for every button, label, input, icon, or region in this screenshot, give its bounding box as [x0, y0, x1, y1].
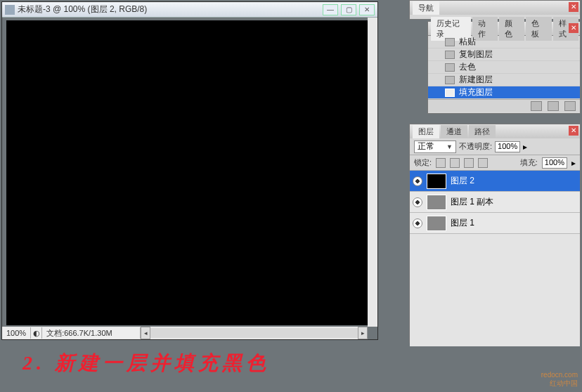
history-step-icon — [445, 63, 455, 72]
zoom-display[interactable]: 100% — [2, 327, 31, 339]
tab-color[interactable]: 颜色 — [499, 17, 524, 41]
history-item[interactable]: 复制图层 — [428, 48, 580, 61]
scroll-right-button[interactable]: ▸ — [358, 327, 368, 339]
history-step-icon — [445, 76, 455, 84]
history-label: 填充图层 — [459, 86, 493, 98]
tab-layers[interactable]: 图层 — [413, 125, 439, 138]
layer-row[interactable]: 图层 1 副本 — [410, 192, 580, 213]
lock-all-icon[interactable] — [478, 158, 488, 168]
close-button[interactable]: ✕ — [359, 4, 375, 15]
minimize-button[interactable]: — — [323, 4, 338, 15]
annotation-number: 2. — [22, 352, 46, 374]
document-title: 未标题-3 @ 100% (图层 2, RGB/8) — [18, 4, 323, 15]
lock-transparency-icon[interactable] — [436, 158, 446, 168]
lock-paint-icon[interactable] — [450, 158, 460, 168]
snapshot-button[interactable] — [531, 101, 542, 111]
tab-swatches[interactable]: 色板 — [526, 17, 551, 41]
canvas[interactable] — [6, 20, 373, 325]
layer-row-selected[interactable]: 图层 2 — [410, 171, 580, 192]
lock-row: 锁定: 填充: 100% ▸ — [410, 155, 580, 171]
lock-move-icon[interactable] — [464, 158, 474, 168]
vertical-scrollbar[interactable] — [368, 18, 377, 327]
tutorial-annotation: 2. 新建一层并填充黑色 — [22, 350, 270, 377]
maximize-button[interactable]: ▢ — [341, 4, 356, 15]
tab-navigator[interactable]: 导航 — [413, 1, 439, 15]
doc-info: 文档:666.7K/1.30M — [42, 327, 141, 339]
tab-paths[interactable]: 路径 — [469, 125, 496, 138]
history-tabs: 历史记录 动作 颜色 色板 样式 — [428, 22, 580, 36]
history-step-icon — [445, 38, 455, 46]
history-label: 复制图层 — [459, 48, 493, 60]
navigator-tabs: 导航 — [410, 1, 580, 15]
blend-mode-select[interactable]: 正常 ▼ — [414, 141, 456, 153]
layer-name[interactable]: 图层 1 — [451, 217, 474, 229]
watermark: redocn.com 红动中国 — [541, 371, 578, 388]
status-bar: 100% ◐ 文档:666.7K/1.30M ◂ ▸ — [2, 327, 368, 339]
chevron-down-icon: ▼ — [446, 143, 453, 150]
horizontal-scrollbar[interactable] — [150, 328, 358, 338]
history-panel: 历史记录 动作 颜色 色板 样式 ✕ 粘贴 复制图层 去色 新建图层 填充图层 — [427, 21, 581, 114]
panel-close-button[interactable]: ✕ — [569, 2, 578, 12]
history-item-selected[interactable]: 填充图层 — [428, 86, 580, 99]
window-buttons: — ▢ ✕ — [323, 4, 375, 15]
layer-list: 图层 2 图层 1 副本 图层 1 — [410, 171, 580, 346]
document-window: 未标题-3 @ 100% (图层 2, RGB/8) — ▢ ✕ 100% ◐ … — [1, 1, 378, 340]
visibility-icon[interactable] — [413, 218, 422, 228]
history-item[interactable]: 新建图层 — [428, 74, 580, 86]
layer-thumbnail[interactable] — [427, 216, 446, 231]
panel-close-button[interactable]: ✕ — [569, 126, 578, 136]
layer-thumbnail[interactable] — [427, 195, 446, 210]
fill-slider-button[interactable]: ▸ — [571, 158, 576, 168]
visibility-icon[interactable] — [413, 176, 422, 186]
scroll-left-button[interactable]: ◂ — [141, 327, 150, 339]
opacity-label: 不透明度: — [459, 141, 492, 152]
history-label: 新建图层 — [459, 74, 493, 86]
layer-list-empty — [410, 234, 580, 346]
document-icon — [5, 5, 15, 15]
fill-input[interactable]: 100% — [542, 157, 567, 169]
history-label: 粘贴 — [459, 36, 476, 48]
opacity-slider-button[interactable]: ▸ — [523, 142, 527, 152]
status-icon[interactable]: ◐ — [31, 327, 42, 339]
layer-options-row: 正常 ▼ 不透明度: 100% ▸ — [410, 138, 580, 155]
visibility-icon[interactable] — [413, 197, 422, 207]
layer-name[interactable]: 图层 2 — [451, 175, 474, 187]
layer-row[interactable]: 图层 1 — [410, 213, 580, 234]
fill-label: 填充: — [520, 157, 538, 168]
history-item[interactable]: 去色 — [428, 61, 580, 74]
delete-button[interactable] — [564, 101, 576, 111]
history-step-icon — [445, 89, 455, 97]
panel-close-button[interactable]: ✕ — [569, 23, 578, 33]
blend-mode-value: 正常 — [418, 141, 434, 152]
watermark-text: 红动中国 — [541, 379, 578, 388]
watermark-url: redocn.com — [541, 371, 578, 379]
history-step-icon — [445, 51, 455, 59]
titlebar[interactable]: 未标题-3 @ 100% (图层 2, RGB/8) — ▢ ✕ — [2, 2, 377, 18]
history-label: 去色 — [459, 61, 476, 73]
layers-tabs: 图层 通道 路径 — [410, 124, 580, 138]
tab-channels[interactable]: 通道 — [441, 125, 467, 138]
new-snapshot-button[interactable] — [548, 101, 559, 111]
layer-thumbnail[interactable] — [427, 174, 446, 189]
annotation-text: 新建一层并填充黑色 — [55, 352, 270, 374]
history-footer — [428, 99, 580, 112]
tab-actions[interactable]: 动作 — [472, 17, 498, 41]
lock-label: 锁定: — [414, 157, 432, 168]
layers-panel: 图层 通道 路径 ✕ 正常 ▼ 不透明度: 100% ▸ 锁定: 填充: 100… — [409, 124, 581, 343]
history-list: 粘贴 复制图层 去色 新建图层 填充图层 — [428, 36, 580, 99]
layer-name[interactable]: 图层 1 副本 — [451, 196, 493, 208]
opacity-input[interactable]: 100% — [495, 141, 520, 152]
